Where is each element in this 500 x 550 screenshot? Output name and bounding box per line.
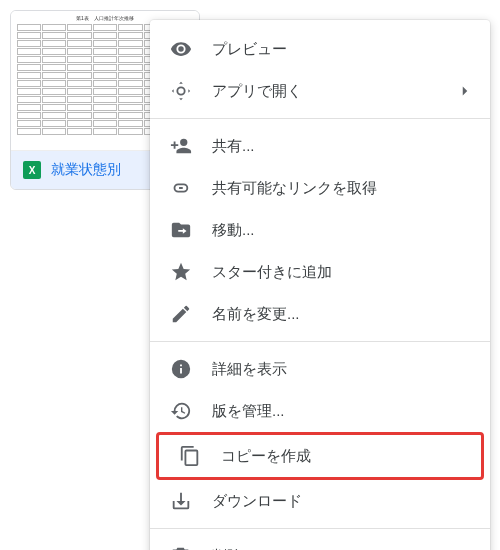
menu-rename[interactable]: 名前を変更... xyxy=(150,293,490,335)
eye-icon xyxy=(170,38,192,60)
menu-label: 詳細を表示 xyxy=(212,360,287,379)
person-add-icon xyxy=(170,135,192,157)
file-name-label: 就業状態別 xyxy=(51,161,121,179)
menu-label: 共有可能なリンクを取得 xyxy=(212,179,377,198)
menu-make-copy[interactable]: コピーを作成 xyxy=(159,435,481,477)
highlight-annotation: コピーを作成 xyxy=(156,432,484,480)
history-icon xyxy=(170,400,192,422)
menu-move[interactable]: 移動... xyxy=(150,209,490,251)
menu-share[interactable]: 共有... xyxy=(150,125,490,167)
menu-get-link[interactable]: 共有可能なリンクを取得 xyxy=(150,167,490,209)
menu-label: ダウンロード xyxy=(212,492,302,511)
menu-star[interactable]: スター付きに追加 xyxy=(150,251,490,293)
context-menu: プレビュー アプリで開く 共有... 共有可能なリンクを取得 移動... スタ xyxy=(150,20,490,550)
menu-label: 削除 xyxy=(212,547,242,551)
copy-icon xyxy=(179,445,201,467)
menu-label: 共有... xyxy=(212,137,255,156)
menu-label: コピーを作成 xyxy=(221,447,311,466)
menu-label: アプリで開く xyxy=(212,82,302,101)
menu-label: 移動... xyxy=(212,221,255,240)
menu-separator xyxy=(150,118,490,119)
download-icon xyxy=(170,490,192,512)
excel-icon: X xyxy=(23,161,41,179)
menu-delete[interactable]: 削除 xyxy=(150,535,490,550)
menu-separator xyxy=(150,528,490,529)
open-with-icon xyxy=(170,80,192,102)
trash-icon xyxy=(170,545,192,550)
menu-download[interactable]: ダウンロード xyxy=(150,480,490,522)
chevron-right-icon xyxy=(456,82,474,100)
menu-label: スター付きに追加 xyxy=(212,263,332,282)
link-icon xyxy=(170,177,192,199)
menu-label: プレビュー xyxy=(212,40,287,59)
menu-open-with[interactable]: アプリで開く xyxy=(150,70,490,112)
menu-versions[interactable]: 版を管理... xyxy=(150,390,490,432)
menu-label: 版を管理... xyxy=(212,402,285,421)
menu-label: 名前を変更... xyxy=(212,305,300,324)
star-icon xyxy=(170,261,192,283)
menu-details[interactable]: 詳細を表示 xyxy=(150,348,490,390)
menu-separator xyxy=(150,341,490,342)
menu-preview[interactable]: プレビュー xyxy=(150,28,490,70)
rename-icon xyxy=(170,303,192,325)
info-icon xyxy=(170,358,192,380)
move-folder-icon xyxy=(170,219,192,241)
